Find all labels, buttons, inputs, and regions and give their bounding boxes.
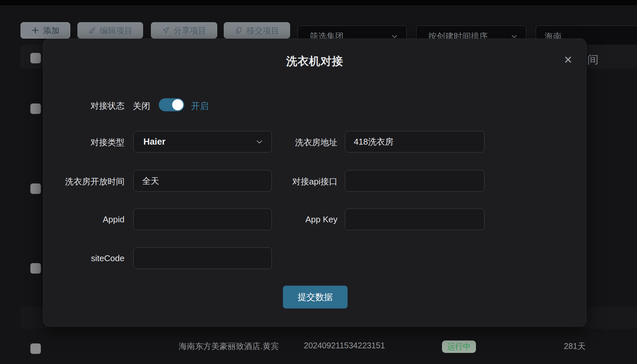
transfer-project-label: 移交项目	[247, 25, 279, 36]
row-project-id: 202409211534223151	[304, 341, 385, 350]
row-checkbox[interactable]	[30, 263, 41, 274]
row-days: 281天	[564, 341, 586, 352]
appid-label: Appid	[43, 214, 124, 225]
app-screen: 添加 编辑项目 分享项目 移交项目 筛选集团 按创建时间排序 海南	[0, 0, 637, 364]
type-select-value: Haier	[143, 137, 166, 147]
submit-button[interactable]: 提交数据	[283, 286, 348, 309]
transfer-project-button[interactable]: 移交项目	[224, 22, 290, 39]
api-label: 对接api接口	[239, 176, 337, 187]
copy-icon	[235, 26, 243, 34]
washer-docking-modal: 洗衣机对接 × 对接状态 关闭 开启 对接类型 Haier 洗衣房地址 洗衣房开…	[43, 39, 586, 326]
sitecode-label: siteCode	[43, 253, 124, 263]
pencil-icon	[88, 26, 96, 34]
top-strip	[0, 0, 637, 5]
api-input[interactable]	[345, 170, 484, 192]
toggle-on-label: 开启	[191, 100, 209, 112]
toggle-off-label: 关闭	[133, 100, 150, 112]
row-checkbox[interactable]	[30, 53, 41, 63]
address-input[interactable]	[345, 131, 484, 152]
edit-project-button[interactable]: 编辑项目	[77, 22, 143, 39]
status-badge: 运行中	[442, 340, 476, 353]
submit-button-label: 提交数据	[298, 291, 333, 303]
toggle-knob	[172, 99, 183, 110]
type-label: 对接类型	[43, 137, 124, 148]
share-project-label: 分享项目	[174, 25, 206, 36]
add-button-label: 添加	[43, 25, 59, 36]
sitecode-input[interactable]	[133, 247, 272, 269]
modal-title: 洗衣机对接	[43, 54, 586, 69]
appkey-input[interactable]	[345, 209, 484, 230]
row-checkbox[interactable]	[30, 183, 41, 194]
address-label: 洗衣房地址	[239, 137, 337, 148]
close-icon[interactable]: ×	[559, 51, 577, 69]
row-hotel-name: 海南东方美豪丽致酒店.黄宾	[179, 341, 279, 352]
appkey-label: App Key	[239, 214, 337, 225]
row-checkbox[interactable]	[30, 103, 41, 114]
plus-icon	[31, 26, 39, 34]
share-project-button[interactable]: 分享项目	[151, 22, 217, 39]
status-toggle[interactable]	[159, 98, 184, 111]
status-badge-label: 运行中	[447, 341, 471, 352]
send-icon	[162, 26, 170, 34]
open-time-label: 洗衣房开放时间	[43, 176, 124, 187]
edit-project-label: 编辑项目	[100, 25, 133, 36]
partial-column-header: 间	[587, 52, 598, 67]
status-label: 对接状态	[43, 100, 124, 112]
row-checkbox[interactable]	[30, 343, 41, 354]
add-button[interactable]: 添加	[21, 22, 70, 39]
